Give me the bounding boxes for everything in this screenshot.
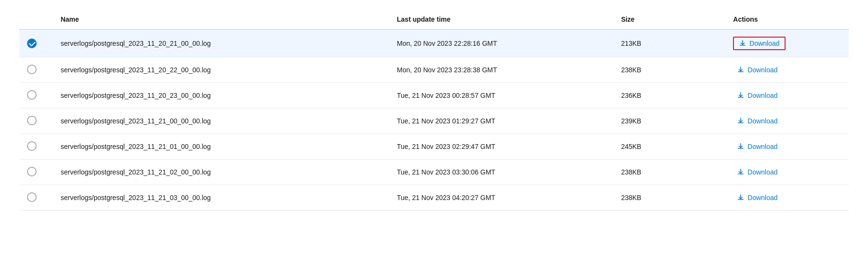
download-button[interactable]: Download [733,141,781,152]
download-label: Download [747,143,777,150]
table-header-row: Name Last update time Size Actions [19,10,849,29]
row-file-name: serverlogs/postgresql_2023_11_20_22_00_0… [53,57,389,83]
header-name: Name [53,10,389,29]
row-checkbox-cell [19,160,53,185]
row-file-name: serverlogs/postgresql_2023_11_21_00_00_0… [53,108,389,134]
row-file-size: 238KB [613,185,725,211]
download-button[interactable]: Download [733,192,781,203]
row-checkbox-cell [19,29,53,57]
row-actions-cell: Download [725,29,849,57]
row-checkbox-cell [19,108,53,134]
download-icon [737,143,745,150]
row-last-update-time: Mon, 20 Nov 2023 22:28:16 GMT [389,29,613,57]
download-label: Download [747,92,777,99]
row-checkbox-cell [19,134,53,160]
header-time: Last update time [389,10,613,29]
download-label: Download [747,168,777,176]
download-button[interactable]: Download [733,90,781,101]
table-row: serverlogs/postgresql_2023_11_21_00_00_0… [19,108,849,134]
row-file-size: 236KB [613,83,725,108]
header-actions: Actions [725,10,849,29]
row-checkbox[interactable] [27,90,37,100]
download-label: Download [749,40,779,47]
row-file-name: serverlogs/postgresql_2023_11_20_21_00_0… [53,29,389,57]
row-file-size: 213KB [613,29,725,57]
row-last-update-time: Tue, 21 Nov 2023 02:29:47 GMT [389,134,613,160]
row-checkbox[interactable] [27,141,37,151]
row-file-name: serverlogs/postgresql_2023_11_21_01_00_0… [53,134,389,160]
log-files-table-container: Name Last update time Size Actions serve… [0,0,868,220]
row-file-size: 238KB [613,160,725,185]
row-file-name: serverlogs/postgresql_2023_11_21_03_00_0… [53,185,389,211]
row-file-size: 239KB [613,108,725,134]
row-file-size: 238KB [613,57,725,83]
row-checkbox-cell [19,57,53,83]
row-last-update-time: Tue, 21 Nov 2023 04:20:27 GMT [389,185,613,211]
table-row: serverlogs/postgresql_2023_11_20_23_00_0… [19,83,849,108]
download-button[interactable]: Download [733,64,781,76]
download-icon [737,117,745,125]
header-size: Size [613,10,725,29]
row-actions-cell: Download [725,160,849,185]
row-file-name: serverlogs/postgresql_2023_11_20_23_00_0… [53,83,389,108]
row-file-size: 245KB [613,134,725,160]
row-last-update-time: Mon, 20 Nov 2023 23:28:38 GMT [389,57,613,83]
row-checkbox[interactable] [27,116,37,125]
row-checkbox[interactable] [27,167,37,176]
download-icon [737,92,745,99]
row-last-update-time: Tue, 21 Nov 2023 00:28:57 GMT [389,83,613,108]
row-actions-cell: Download [725,108,849,134]
row-checkbox[interactable] [27,39,37,48]
download-icon [737,66,745,74]
table-row: serverlogs/postgresql_2023_11_20_22_00_0… [19,57,849,83]
download-button[interactable]: Download [733,115,781,127]
row-checkbox[interactable] [27,65,37,74]
table-row: serverlogs/postgresql_2023_11_20_21_00_0… [19,29,849,57]
download-label: Download [747,194,777,201]
row-actions-cell: Download [725,57,849,83]
download-icon [737,168,745,176]
row-actions-cell: Download [725,134,849,160]
table-row: serverlogs/postgresql_2023_11_21_01_00_0… [19,134,849,160]
row-actions-cell: Download [725,83,849,108]
row-file-name: serverlogs/postgresql_2023_11_21_02_00_0… [53,160,389,185]
row-actions-cell: Download [725,185,849,211]
row-last-update-time: Tue, 21 Nov 2023 03:30:06 GMT [389,160,613,185]
row-last-update-time: Tue, 21 Nov 2023 01:29:27 GMT [389,108,613,134]
header-checkbox [19,10,53,29]
download-label: Download [747,66,777,74]
download-label: Download [747,117,777,125]
download-icon [737,194,745,201]
download-icon [739,40,746,47]
download-button[interactable]: Download [733,37,785,50]
table-row: serverlogs/postgresql_2023_11_21_03_00_0… [19,185,849,211]
table-row: serverlogs/postgresql_2023_11_21_02_00_0… [19,160,849,185]
row-checkbox[interactable] [27,192,37,202]
log-files-table: Name Last update time Size Actions serve… [19,10,849,211]
download-button[interactable]: Download [733,166,781,178]
row-checkbox-cell [19,83,53,108]
row-checkbox-cell [19,185,53,211]
